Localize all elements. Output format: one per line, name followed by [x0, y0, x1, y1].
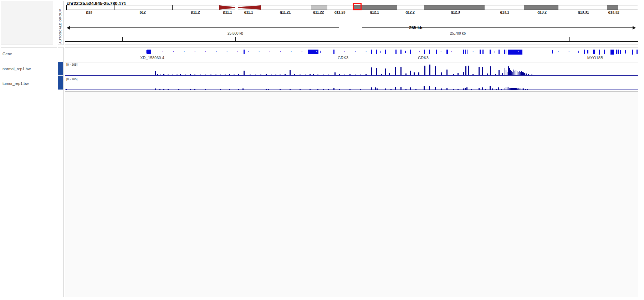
exon	[410, 50, 411, 54]
coverage-bar	[155, 71, 156, 75]
exon	[632, 50, 633, 55]
chromosome-ideogram[interactable]	[66, 5, 638, 10]
strand-arrow: ›	[280, 50, 281, 53]
coverage-bar	[310, 89, 311, 90]
coverage-bar	[400, 67, 402, 75]
coverage-bar	[490, 66, 491, 75]
coverage-bar	[225, 75, 226, 75]
band-label-q11.1: q11.1	[244, 10, 253, 14]
coverage-bar	[508, 87, 508, 90]
coverage-bar	[395, 87, 396, 90]
coverage-bar	[266, 74, 267, 75]
band-label-q12.2: q12.2	[405, 10, 415, 14]
coverage-bar	[509, 68, 510, 75]
coverage-bar	[515, 88, 516, 90]
coverage-bar	[323, 75, 324, 75]
coverage-bar	[506, 70, 506, 75]
strand-arrow: ›	[316, 50, 317, 53]
coverage-bar	[244, 71, 245, 75]
ruler-arrow-line	[362, 27, 633, 28]
coverage-bar	[180, 74, 181, 75]
coverage-bar	[215, 75, 216, 75]
coverage-bar	[255, 75, 256, 75]
coverage-bar	[509, 88, 510, 90]
coverage-bar	[344, 75, 345, 75]
strand-arrow: ›	[269, 50, 270, 53]
exon	[490, 50, 491, 54]
coverage-bar	[513, 88, 514, 90]
coverage-bar	[157, 74, 158, 75]
exon	[593, 50, 595, 54]
coverage-baseline	[65, 90, 638, 90]
strand-arrow: ›	[451, 50, 452, 53]
coverage-bar	[505, 88, 505, 90]
coverage-bar	[463, 72, 464, 75]
band-label-p13: p13	[86, 10, 92, 14]
coverage-bar	[266, 89, 267, 90]
gene-label-GRK3: GRK3	[418, 56, 429, 60]
exon	[380, 51, 381, 53]
strand-arrow: ›	[162, 50, 163, 53]
strand-arrow: ›	[184, 50, 185, 53]
exon	[429, 50, 430, 54]
coverage-bar	[210, 75, 211, 75]
coverage-bar	[471, 89, 472, 90]
coverage-bar	[360, 89, 361, 90]
coverage-bar	[525, 89, 526, 90]
ruler-tick-label: 25,600 kb	[228, 31, 243, 35]
coverage-bar	[435, 66, 436, 75]
band-q12.3	[424, 5, 485, 10]
coverage-bar	[518, 88, 519, 90]
coverage-bar	[294, 74, 295, 75]
coverage-bar	[160, 75, 161, 75]
strand-arrow: ›	[205, 50, 206, 53]
coverage-bar	[446, 70, 448, 75]
coverage-bar	[517, 88, 518, 90]
exon	[620, 50, 621, 54]
coverage-bar	[435, 87, 436, 90]
coverage-bar	[268, 89, 269, 90]
strand-arrow: ›	[568, 50, 569, 53]
coverage-bar	[280, 89, 281, 90]
view-region-box[interactable]	[353, 3, 362, 10]
coverage-bar	[490, 86, 491, 90]
track-name-Gene[interactable]: Gene	[2, 52, 12, 56]
exon	[424, 50, 425, 54]
coverage-bar	[517, 71, 517, 75]
coverage-bar	[479, 88, 480, 90]
coverage-bar	[275, 75, 276, 75]
strand-arrow: ›	[419, 50, 420, 53]
band-p12	[114, 5, 173, 10]
autoscale-attribute-normal_rep1-bw[interactable]	[58, 62, 63, 75]
coverage-bar	[415, 89, 416, 90]
coverage-bar	[349, 89, 351, 90]
strand-arrow: ›	[248, 50, 249, 53]
coverage-bar	[271, 75, 272, 75]
coverage-bar	[514, 88, 515, 90]
coverage-bar	[300, 89, 301, 90]
coverage-bar	[339, 74, 340, 75]
coverage-bar	[465, 88, 466, 90]
coverage-bar	[453, 74, 454, 75]
coverage-bar	[522, 88, 522, 90]
coverage-bar	[220, 89, 221, 90]
coverage-bar	[463, 88, 464, 90]
coverage-bar	[519, 71, 520, 75]
coverage-bar	[66, 89, 67, 90]
coverage-bar	[290, 89, 291, 90]
attribute-column	[58, 47, 63, 297]
coverage-bar	[229, 74, 230, 75]
band-label-q11.23: q11.23	[334, 10, 346, 14]
track-name-normal_rep1-bw[interactable]: normal_rep1.bw	[2, 67, 31, 71]
exon	[625, 50, 626, 54]
coverage-bar	[313, 74, 314, 75]
track-name-tumor_rep1-bw[interactable]: tumor_rep1.bw	[2, 81, 29, 86]
coverage-bar	[205, 75, 206, 75]
coverage-bar	[155, 88, 156, 90]
coverage-bar	[523, 72, 524, 75]
strand-arrow: ›	[237, 50, 238, 53]
autoscale-attribute-tumor_rep1-bw[interactable]	[58, 76, 63, 90]
coverage-bar	[376, 68, 377, 75]
coverage-bar	[507, 72, 507, 75]
gene-label-XR_158960-4: XR_158960.4	[140, 56, 164, 60]
